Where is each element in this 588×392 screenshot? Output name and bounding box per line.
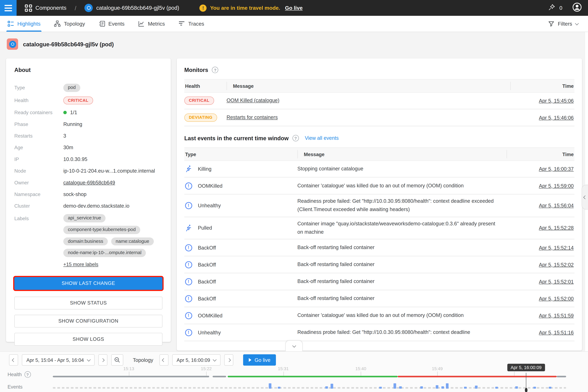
timeline-tick-mark <box>129 372 129 376</box>
breadcrumb-entity[interactable]: catalogue-69b58cb649-gjl5v (pod) <box>96 5 179 11</box>
event-bar <box>533 387 536 388</box>
filters-button[interactable]: Filters <box>548 20 578 27</box>
event-type-label: Unhealthy <box>198 203 221 208</box>
alert-circle-icon <box>184 202 193 209</box>
monitors-title: Monitors <box>184 67 208 73</box>
timeline-track[interactable]: 15:1315:2215:3115:4015:49Apr 5, 16:00:09 <box>53 366 566 392</box>
topbar-actions: 0 <box>548 2 582 14</box>
monitor-time-link[interactable]: Apr 5, 15:46:06 <box>539 115 574 120</box>
event-time-link[interactable]: Apr 5, 15:52:14 <box>539 245 574 250</box>
tab-highlights[interactable]: Highlights <box>8 16 40 32</box>
top-bar: Components / catalogue-69b58cb649-gjl5v … <box>0 0 588 16</box>
monitor-message-link[interactable]: OOM Killed (catalogue) <box>226 98 280 103</box>
event-type-cell: Killing <box>184 165 298 173</box>
help-icon[interactable] <box>292 135 299 141</box>
monitor-time-link[interactable]: Apr 5, 15:45:06 <box>539 98 574 104</box>
event-message-cell: Stopping container catalogue <box>298 164 507 173</box>
timeline-marker-tooltip: Apr 5, 16:00:09 <box>507 364 545 371</box>
menu-icon[interactable] <box>0 0 17 16</box>
go-live-link[interactable]: Go live <box>285 5 303 11</box>
event-type-label: OOMKilled <box>198 313 222 318</box>
timeline-controls: Apr 5, 15:04 - Apr 5, 16:04 Topology Apr… <box>0 352 588 366</box>
alert-circle-icon <box>184 329 193 336</box>
show-logs-button[interactable]: SHOW LOGS <box>14 333 162 346</box>
monitors-header: Monitors <box>184 67 574 73</box>
event-row: KillingStopping container catalogueApr 5… <box>184 161 574 178</box>
monitor-message-link[interactable]: Restarts for containers <box>226 114 278 120</box>
time-prev-button[interactable] <box>159 354 168 366</box>
topology-time-dropdown[interactable]: Apr 5, 16:00:09 <box>172 354 221 366</box>
events-header: Last events in the current time window V… <box>184 135 574 141</box>
owner-link[interactable]: catalogue-69b58cb649 <box>63 180 115 186</box>
go-live-button[interactable]: Go live <box>243 354 276 366</box>
runner-icon <box>184 224 193 232</box>
event-time-link[interactable]: Apr 5, 15:52:28 <box>539 225 574 231</box>
event-time-link[interactable]: Apr 5, 15:51:59 <box>539 313 574 318</box>
show-configuration-button[interactable]: SHOW CONFIGURATION <box>14 315 162 328</box>
label-chip: name:catalogue <box>111 237 154 246</box>
field-type: Type pod <box>14 84 162 92</box>
event-time-link[interactable]: Apr 5, 15:59:00 <box>539 183 574 188</box>
timeline-tick-mark <box>283 372 284 376</box>
field-cluster: Cluster demo-dev.demo.stackstate.io <box>14 202 162 210</box>
expand-side-panel-button[interactable] <box>582 185 588 210</box>
range-next-button[interactable] <box>98 354 107 366</box>
event-time-cell: Apr 5, 15:52:00 <box>507 296 574 302</box>
user-avatar[interactable] <box>572 2 582 14</box>
help-icon[interactable] <box>212 67 218 73</box>
events-lane-label: Events <box>8 384 22 390</box>
timeline-marker-line <box>526 373 526 390</box>
event-type-label: BackOff <box>198 262 216 268</box>
event-message-cell: Readiness probe failed: Get "http://10.0… <box>298 328 507 336</box>
help-icon[interactable] <box>24 371 31 378</box>
chevron-left-icon <box>583 195 587 199</box>
field-node: Node ip-10-0-21-204.eu-w...1.compute.int… <box>14 168 162 175</box>
collapse-panel-button[interactable] <box>285 340 303 351</box>
view-all-events-link[interactable]: View all events <box>305 136 339 141</box>
event-message-cell: Container 'catalogue' was killed due to … <box>298 311 507 320</box>
event-time-cell: Apr 5, 15:59:00 <box>507 183 574 188</box>
show-last-change-button[interactable]: SHOW LAST CHANGE <box>14 277 162 290</box>
event-time-link[interactable]: Apr 5, 15:51:16 <box>539 330 574 335</box>
events-dashed-line <box>53 387 566 389</box>
breadcrumb-components[interactable]: Components <box>36 5 66 11</box>
event-row: BackOffBack-off restarting failed contai… <box>184 257 574 274</box>
zoom-out-button[interactable] <box>111 354 123 366</box>
timeline-tick-label: 15:22 <box>201 366 212 371</box>
time-next-button[interactable] <box>224 354 234 366</box>
monitors-table: CRITICALOOM Killed (catalogue)Apr 5, 15:… <box>184 93 574 126</box>
tab-events[interactable]: Events <box>99 16 124 32</box>
timeline-marker-dot <box>525 388 528 392</box>
event-time-link[interactable]: Apr 5, 16:00:37 <box>539 166 574 172</box>
tab-traces[interactable]: Traces <box>178 16 204 32</box>
pin-icon[interactable] <box>548 4 556 12</box>
tab-metrics[interactable]: Metrics <box>138 16 165 32</box>
more-labels-link[interactable]: +15 more labels <box>63 262 98 267</box>
label-chips: api_service:truecomponent-type:kubernete… <box>63 214 164 257</box>
event-bar <box>269 383 272 389</box>
event-time-link[interactable]: Apr 5, 15:52:02 <box>539 262 574 268</box>
event-type-cell: BackOff <box>184 244 298 251</box>
about-actions: SHOW LAST CHANGESHOW STATUSSHOW CONFIGUR… <box>14 277 162 346</box>
field-labels: Labels api_service:truecomponent-type:ku… <box>14 214 162 267</box>
timeline-tick-label: 15:40 <box>356 366 366 371</box>
field-ip: IP 10.0.30.95 <box>14 156 162 163</box>
timeline-tick-mark <box>206 372 206 376</box>
event-time-link[interactable]: Apr 5, 15:52:00 <box>539 296 574 302</box>
alert-circle-icon <box>184 182 193 190</box>
range-prev-button[interactable] <box>9 354 18 366</box>
event-time-link[interactable]: Apr 5, 15:52:01 <box>539 279 574 284</box>
tab-topology[interactable]: Topology <box>54 16 85 32</box>
monitor-message-cell: OOM Killed (catalogue) <box>226 96 510 105</box>
event-message-cell: Back-off restarting failed container <box>298 260 507 269</box>
event-time-cell: Apr 5, 15:52:14 <box>507 245 574 250</box>
event-bar <box>436 385 438 389</box>
field-ready-containers: Ready containers 1/1 <box>14 109 162 116</box>
ready-status-dot <box>63 111 67 114</box>
time-range-dropdown[interactable]: Apr 5, 15:04 - Apr 5, 16:04 <box>22 354 94 366</box>
event-time-link[interactable]: Apr 5, 15:56:04 <box>539 203 574 208</box>
timeline-tick-label: 15:13 <box>123 366 134 371</box>
show-status-button[interactable]: SHOW STATUS <box>14 297 162 310</box>
event-time-cell: Apr 5, 15:56:04 <box>507 203 574 208</box>
chevron-left-icon <box>12 358 16 362</box>
